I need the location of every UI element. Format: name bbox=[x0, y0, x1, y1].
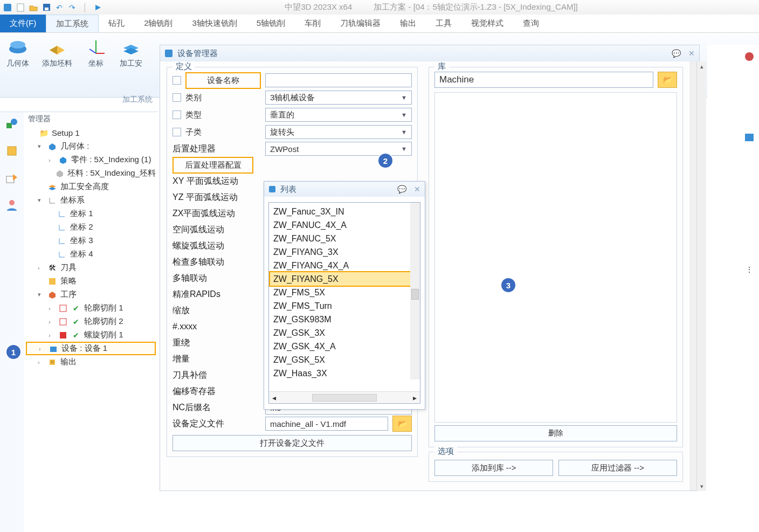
list-item[interactable]: ZW_FMS_5X bbox=[270, 286, 419, 299]
post-config-button[interactable]: 后置处理器配置 bbox=[172, 157, 253, 174]
dialog-scrollbar[interactable]: ▴ ▾ bbox=[696, 61, 706, 491]
open-icon[interactable] bbox=[29, 3, 38, 12]
list-item[interactable]: ZW_FIYANG_4X_A bbox=[270, 259, 419, 272]
scroll-thumb[interactable] bbox=[411, 289, 419, 300]
play-icon[interactable] bbox=[94, 3, 102, 12]
vt-setup-icon[interactable] bbox=[4, 116, 19, 132]
list-scrollbar-vertical[interactable] bbox=[410, 203, 420, 379]
tree-geom[interactable]: 几何体 : bbox=[60, 141, 89, 151]
tree-coordsys[interactable]: 坐标系 bbox=[60, 195, 85, 205]
subcat-combo[interactable]: 旋转头▼ bbox=[265, 125, 412, 139]
library-browse-button[interactable]: 📂 bbox=[658, 72, 677, 88]
list-item[interactable]: ZW_FANUC_5X bbox=[270, 232, 419, 245]
tab-query[interactable]: 查询 bbox=[513, 15, 549, 32]
library-search-input[interactable]: Machine bbox=[434, 72, 653, 88]
svg-line-8 bbox=[89, 49, 96, 53]
dock-stub-icon[interactable] bbox=[743, 50, 756, 63]
dock-handle-icon[interactable]: ⋮ bbox=[743, 263, 756, 276]
btn-safe-height[interactable]: 加工安 bbox=[120, 37, 142, 68]
checkbox-category[interactable] bbox=[172, 93, 181, 102]
redo-icon[interactable]: ↷ bbox=[68, 3, 77, 12]
tree-op1[interactable]: 轮廓切削 1 bbox=[84, 303, 123, 313]
tree-setup[interactable]: Setup 1 bbox=[52, 128, 80, 137]
list-item[interactable]: ZW_GSK_3X bbox=[270, 326, 419, 340]
tree-safeheight[interactable]: 加工安全高度 bbox=[60, 182, 109, 192]
tab-turning[interactable]: 车削 bbox=[295, 15, 330, 32]
dialog-help-icon[interactable]: 💬 bbox=[397, 185, 406, 194]
dialog-close-icon[interactable]: ✕ bbox=[688, 49, 695, 58]
tree-tools[interactable]: 刀具 bbox=[60, 262, 77, 273]
save-icon[interactable] bbox=[42, 3, 51, 12]
dialog-titlebar[interactable]: 设备管理器 💬 ✕ bbox=[160, 45, 699, 61]
category-combo[interactable]: 3轴机械设备▼ bbox=[265, 91, 412, 105]
new-icon[interactable] bbox=[16, 3, 25, 12]
list-dialog-titlebar[interactable]: 列表 💬 ✕ bbox=[264, 182, 425, 197]
device-name-label[interactable]: 设备名称 bbox=[185, 72, 261, 89]
dock-stub2-icon[interactable] bbox=[743, 131, 756, 144]
add-to-library-button[interactable]: 添加到库 --> bbox=[434, 460, 553, 476]
post-list[interactable]: ZW_Fanuc_3X_IN ZW_FANUC_4X_A ZW_FANUC_5X… bbox=[268, 202, 420, 404]
tree-output[interactable]: 输出 bbox=[60, 357, 77, 367]
list-item[interactable]: ZW_GSK_4X_A bbox=[270, 340, 419, 353]
tab-tools[interactable]: 工具 bbox=[426, 15, 461, 32]
tree-device[interactable]: 设备 : 设备 1 bbox=[61, 343, 107, 354]
tree-part[interactable]: 零件 : 5X_Indexing (1) bbox=[71, 155, 151, 165]
tab-5axis[interactable]: 5轴铣削 bbox=[247, 15, 295, 32]
checkbox-type[interactable] bbox=[172, 110, 181, 119]
vt-stock-icon[interactable] bbox=[4, 143, 19, 158]
library-list[interactable] bbox=[434, 92, 677, 423]
tab-file[interactable]: 文件(F) bbox=[0, 15, 46, 32]
tree-strategy[interactable]: 策略 bbox=[60, 276, 77, 286]
scroll-up-icon[interactable]: ▴ bbox=[697, 61, 706, 71]
btn-coord[interactable]: 坐标 bbox=[85, 37, 107, 68]
list-item[interactable]: ZW_FIYANG_3X bbox=[270, 245, 419, 259]
list-item[interactable]: ZW_GSK_5X bbox=[270, 353, 419, 367]
list-item[interactable]: ZW_FANUC_4X_A bbox=[270, 218, 419, 232]
browse-def-file-button[interactable]: 📂 bbox=[392, 416, 412, 432]
right-dock-area: ⋮ bbox=[707, 45, 759, 532]
tab-visual-styles[interactable]: 视觉样式 bbox=[461, 15, 513, 32]
tab-toolpath-editor[interactable]: 刀轨编辑器 bbox=[330, 15, 390, 32]
tree-op2[interactable]: 轮廓切削 2 bbox=[84, 316, 123, 327]
tree-device-row[interactable]: ›设备 : 设备 1 bbox=[26, 342, 156, 355]
scroll-down-icon[interactable]: ▾ bbox=[697, 481, 706, 491]
delete-button[interactable]: 删除 bbox=[434, 425, 677, 441]
list-scrollbar-horizontal[interactable]: ◂ ▸ bbox=[269, 391, 420, 403]
tree-ops[interactable]: 工序 bbox=[60, 289, 77, 300]
btn-geometry[interactable]: 几何体 bbox=[6, 37, 29, 68]
checkbox-name[interactable] bbox=[172, 76, 181, 85]
dialog-help-icon[interactable]: 💬 bbox=[672, 49, 681, 58]
post-combo[interactable]: ZWPost▼ bbox=[265, 142, 412, 156]
tree-op3[interactable]: 螺旋切削 1 bbox=[84, 330, 123, 340]
dialog-close-icon[interactable]: ✕ bbox=[414, 185, 420, 194]
apply-filter-button[interactable]: 应用过滤器 --> bbox=[558, 460, 677, 476]
scroll-left-icon[interactable]: ◂ bbox=[272, 393, 276, 402]
manager-tree[interactable]: 📁Setup 1 ▾几何体 : ›零件 : 5X_Indexing (1) 坯料… bbox=[24, 124, 158, 371]
vt-import-icon[interactable] bbox=[4, 170, 19, 185]
scroll-thumb[interactable] bbox=[312, 394, 377, 402]
vt-user-icon[interactable] bbox=[4, 197, 19, 212]
tab-cam-system[interactable]: 加工系统 bbox=[46, 15, 99, 32]
def-file-input[interactable]: machine_all - V1.mdf bbox=[265, 417, 388, 431]
list-item[interactable]: ZW_GSK983M bbox=[270, 313, 419, 326]
tab-output[interactable]: 输出 bbox=[390, 15, 426, 32]
tree-stock[interactable]: 坯料 : 5X_Indexing_坯料 bbox=[67, 168, 156, 178]
undo-icon[interactable]: ↶ bbox=[55, 3, 64, 12]
open-def-file-button[interactable]: 打开设备定义文件 bbox=[172, 435, 412, 451]
device-name-input[interactable] bbox=[265, 73, 412, 87]
tree-coord3[interactable]: 坐标 3 bbox=[70, 236, 93, 246]
tab-3axis[interactable]: 3轴快速铣削 bbox=[183, 15, 247, 32]
tree-coord2[interactable]: 坐标 2 bbox=[70, 222, 93, 232]
scroll-right-icon[interactable]: ▸ bbox=[413, 393, 417, 402]
list-item[interactable]: ZW_Haas_3X bbox=[270, 367, 419, 380]
tab-drill[interactable]: 钻孔 bbox=[99, 15, 134, 32]
type-combo[interactable]: 垂直的▼ bbox=[265, 108, 412, 122]
btn-add-stock[interactable]: 添加坯料 bbox=[42, 37, 72, 68]
tree-coord4[interactable]: 坐标 4 bbox=[70, 249, 93, 259]
list-item-selected[interactable]: ZW_FIYANG_5X bbox=[270, 272, 419, 286]
tree-coord1[interactable]: 坐标 1 bbox=[70, 209, 93, 219]
tab-2axis[interactable]: 2轴铣削 bbox=[134, 15, 182, 32]
checkbox-subcat[interactable] bbox=[172, 128, 181, 136]
list-item[interactable]: ZW_FMS_Turn bbox=[270, 299, 419, 313]
list-item[interactable]: ZW_Fanuc_3X_IN bbox=[270, 205, 419, 218]
